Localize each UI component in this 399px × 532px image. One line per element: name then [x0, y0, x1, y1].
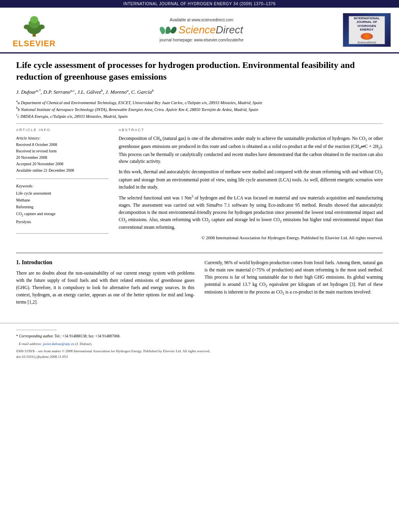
issn-line: 0360-3199/$ – see front matter © 2008 In…	[16, 349, 383, 354]
abstract-header: ABSTRACT	[119, 128, 383, 132]
affiliation-b: bb National Institute of Aerospace Techn…	[16, 106, 383, 113]
sciencedirect-logo: ScienceDirect	[60, 24, 343, 36]
intro-para-2: Currently, 96% of world hydrogen product…	[205, 259, 383, 297]
he-logo-inner: International Journal ofHYDROGENENERGY S…	[349, 16, 385, 44]
he-journal-title: International Journal ofHYDROGENENERGY	[349, 16, 385, 32]
corresponding-star: *	[16, 334, 18, 338]
svg-point-4	[24, 25, 30, 29]
page-footer: * Corresponding author. Tel.: +34 914888…	[0, 323, 399, 363]
body-section: 1. Introduction There are no doubts abou…	[16, 253, 383, 309]
header-divider	[16, 123, 383, 124]
keywords-section: Keywords: Life cycle assessment Methane …	[16, 184, 109, 225]
doi-text: doi:10.1016/j.ijhydene.2008.11.053	[16, 355, 68, 359]
abstract-para-1: Decomposition of CH4 (natural gas) is on…	[119, 135, 383, 165]
phone-number: Tel.: +34 914888138; fax: +34 914887068.	[55, 334, 121, 338]
info-divider	[16, 179, 109, 179]
accepted-date: Accepted 20 November 2008	[16, 161, 109, 167]
sd-leaf-2	[166, 27, 171, 34]
journal-header: ELSEVIER Available at www.sciencedirect.…	[0, 8, 399, 53]
keyword-3: Reforming	[16, 203, 109, 210]
received-date: Received 8 October 2008	[16, 142, 109, 148]
email-author: (J. Dufour).	[74, 342, 93, 346]
intro-number: 1.	[16, 259, 21, 265]
sciencedirect-wordmark: ScienceDirect	[179, 24, 243, 36]
article-info-header: ARTICLE INFO	[16, 128, 109, 132]
intro-left-text: There are no doubts about the non-sustai…	[16, 270, 195, 306]
keyword-2: Methane	[16, 197, 109, 203]
sd-leaf-3	[170, 26, 177, 35]
svg-point-5	[38, 25, 45, 29]
svg-point-3	[30, 16, 38, 23]
journal-homepage: journal homepage: www.elsevier.com/locat…	[60, 38, 343, 42]
sd-leaves-icon	[160, 27, 176, 34]
info-abstract-columns: ARTICLE INFO Article history: Received 8…	[16, 128, 383, 244]
sd-leaf-1	[158, 26, 166, 35]
article-title: Life cycle assessment of processes for h…	[16, 60, 383, 82]
sciencedirect-center: Available at www.sciencedirect.com Scien…	[60, 18, 343, 42]
doi-line: doi:10.1016/j.ijhydene.2008.11.053	[16, 354, 383, 360]
affiliation-a: aa Department of Chemical and Environmen…	[16, 99, 383, 106]
abstract-text: Decomposition of CH4 (natural gas) is on…	[119, 135, 383, 241]
article-info-column: ARTICLE INFO Article history: Received 8…	[16, 128, 109, 244]
elsevier-tree-icon	[18, 12, 50, 38]
revised-label: Received in revised form	[16, 148, 109, 154]
intro-right-text: Currently, 96% of world hydrogen product…	[205, 259, 383, 297]
intro-heading: Introduction	[22, 259, 52, 265]
hydrogen-energy-logo: International Journal ofHYDROGENENERGY S…	[343, 13, 391, 47]
affiliations: aa Department of Chemical and Environmen…	[16, 99, 383, 120]
elsevier-logo-block: ELSEVIER	[8, 12, 60, 48]
main-content: Life cycle assessment of processes for h…	[0, 53, 399, 315]
body-columns: 1. Introduction There are no doubts abou…	[16, 259, 383, 309]
abstract-para-3: The selected functional unit was 1 Nm3 o…	[119, 194, 383, 231]
available-online: Available online 21 December 2008	[16, 167, 109, 174]
corresponding-note: * Corresponding author. Tel.: +34 914888…	[16, 333, 383, 339]
history-label: Article history:	[16, 135, 109, 142]
keywords-list: Life cycle assessment Methane Reforming …	[16, 190, 109, 225]
abstract-column: ABSTRACT Decomposition of CH4 (natural g…	[119, 128, 383, 244]
he-logo-sub: ScienceDirect	[358, 41, 376, 44]
journal-top-bar: INTERNATIONAL JOURNAL OF HYDROGEN ENERGY…	[0, 0, 399, 8]
info-divider-2	[16, 233, 109, 234]
keyword-5: Pyrolysis	[16, 218, 109, 225]
email-link[interactable]: javier.dufour@urjc.es	[43, 342, 74, 346]
intro-para-1: There are no doubts about the non-sustai…	[16, 270, 195, 306]
footnote-divider	[16, 330, 56, 330]
issn-text: 0360-3199/$ – see front matter © 2008 In…	[16, 349, 210, 353]
email-label: E-mail address:	[19, 342, 43, 346]
body-right-col: Currently, 96% of world hydrogen product…	[205, 259, 383, 309]
email-line: E-mail address: javier.dufour@urjc.es (J…	[16, 341, 383, 347]
copyright-notice: © 2008 International Association for Hyd…	[119, 234, 383, 241]
intro-title: 1. Introduction	[16, 259, 195, 266]
he-circle-icon	[361, 33, 373, 40]
affiliation-c: cc IMDEA Energía, c/Tulipán s/n, 28933 M…	[16, 113, 383, 119]
body-left-col: 1. Introduction There are no doubts abou…	[16, 259, 195, 309]
keyword-1: Life cycle assessment	[16, 190, 109, 197]
revised-date: 20 November 2008	[16, 154, 109, 161]
corresponding-label: Corresponding author.	[19, 334, 53, 338]
keywords-title: Keywords:	[16, 184, 109, 188]
abstract-para-2: In this work, thermal and autocatalytic …	[119, 168, 383, 191]
keyword-4: CO2 capture and storage	[16, 210, 109, 218]
elsevier-wordmark: ELSEVIER	[13, 39, 56, 48]
authors-line: J. Dufoura,*, D.P. Serranoa,c, J.L. Gálv…	[16, 88, 383, 95]
article-history: Article history: Received 8 October 2008…	[16, 135, 109, 174]
journal-citation: INTERNATIONAL JOURNAL OF HYDROGEN ENERGY…	[123, 2, 276, 6]
available-text: Available at www.sciencedirect.com	[60, 18, 343, 22]
